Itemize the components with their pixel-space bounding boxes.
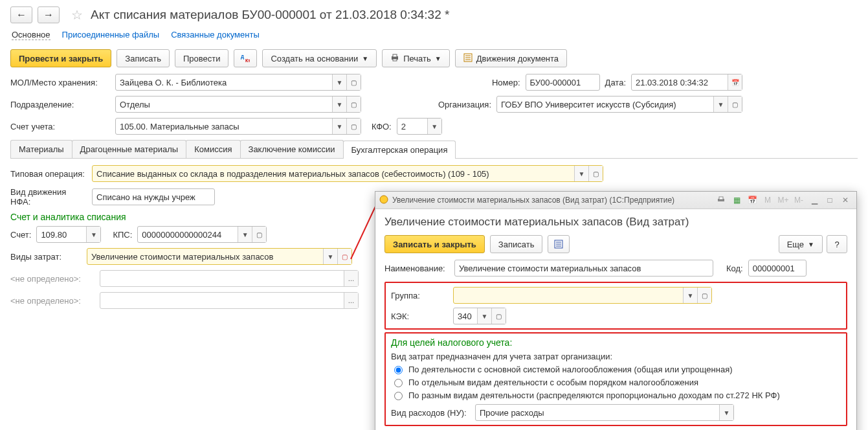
dropdown-icon[interactable]: ▼ — [574, 166, 588, 181]
radio-input[interactable] — [394, 379, 403, 387]
undef2-label: <не определено>: — [10, 296, 95, 306]
open-icon[interactable]: ▢ — [346, 74, 361, 90]
undef2-input[interactable]: … — [100, 292, 359, 309]
dropdown-icon[interactable]: ▼ — [713, 96, 728, 112]
dialog-heading: Увеличение стоимости материальных запасо… — [384, 216, 847, 229]
nfa-input[interactable]: Списано на нужды учреж — [92, 188, 215, 205]
dtkt-icon[interactable]: ДКт — [234, 49, 257, 67]
radio-input[interactable] — [394, 392, 403, 400]
highlight-tax-purpose: Для целей налогового учета: Вид затрат п… — [384, 332, 847, 426]
tab-accounting[interactable]: Бухгалтерская операция — [343, 141, 456, 159]
vidrash-label: Вид расходов (НУ): — [391, 408, 470, 418]
grid-icon[interactable]: ▦ — [729, 194, 744, 207]
memory-mminus[interactable]: М- — [792, 194, 806, 207]
open-icon[interactable]: ▢ — [697, 288, 711, 303]
minimize-icon[interactable]: ▁ — [807, 194, 821, 207]
calendar-icon[interactable]: 📅 — [745, 194, 759, 207]
kfo-input[interactable]: 2 ▼ — [397, 118, 442, 135]
undef1-input[interactable]: … — [100, 270, 359, 287]
create-based-button[interactable]: Создать на основании ▼ — [262, 49, 377, 67]
radio-activity-various[interactable]: По разным видам деятельности (распределя… — [391, 390, 841, 400]
document-title: Акт списания материалов БУ00-000001 от 2… — [91, 8, 449, 22]
radio-activity-special[interactable]: По отдельным видам деятельности с особым… — [391, 377, 841, 387]
calendar-icon[interactable]: 📅 — [728, 74, 742, 90]
open-icon[interactable]: ▢ — [346, 119, 361, 134]
memory-m[interactable]: М — [761, 194, 775, 207]
name-input[interactable]: Увеличение стоимости материальных запасо… — [454, 260, 713, 277]
dialog-cost-type: Увеличение стоимости материальных запасо… — [375, 191, 857, 430]
radio-activity-main[interactable]: По деятельности с основной системой нало… — [391, 364, 841, 374]
more-icon[interactable]: … — [344, 271, 358, 286]
group-input[interactable]: ▼ ▢ — [453, 287, 712, 304]
kps-input[interactable]: 00000000000000244 ▼ ▢ — [137, 226, 267, 243]
vidz-label: Виды затрат: — [10, 252, 82, 262]
app-icon — [379, 195, 388, 206]
kps-label: КПС: — [113, 230, 132, 240]
vidz-input[interactable]: Увеличение стоимости материальных запасо… — [87, 248, 352, 265]
svg-text:Д: Д — [241, 54, 244, 60]
date-input[interactable]: 21.03.2018 0:34:32 📅 — [631, 74, 742, 91]
chevron-down-icon: ▼ — [362, 55, 368, 62]
tab-conclusion[interactable]: Заключение комиссии — [240, 140, 344, 158]
print-button[interactable]: Печать ▼ — [382, 49, 450, 67]
mol-input[interactable]: Зайцева О. К. - Библиотека ▼ ▢ — [115, 74, 361, 91]
kek-input[interactable]: 340 ▼ ▢ — [453, 308, 506, 324]
more-button[interactable]: Еще ▼ — [779, 235, 823, 253]
dropdown-icon[interactable]: ▼ — [427, 119, 441, 134]
dropdown-icon[interactable]: ▼ — [477, 308, 491, 324]
back-button[interactable]: ← — [10, 6, 32, 23]
open-icon[interactable]: ▢ — [588, 166, 603, 181]
code-input[interactable]: 000000001 — [748, 260, 807, 277]
post-button[interactable]: Провести — [175, 49, 229, 67]
help-button[interactable]: ? — [827, 235, 847, 253]
org-input[interactable]: ГОБУ ВПО Университет искусств (Субсидия)… — [496, 96, 742, 113]
open-icon[interactable]: ▢ — [252, 227, 266, 242]
dropdown-icon[interactable]: ▼ — [238, 227, 252, 242]
typop-input[interactable]: Списание выданных со склада в подразделе… — [92, 165, 603, 182]
close-icon[interactable]: ✕ — [838, 194, 852, 207]
memory-mplus[interactable]: М+ — [776, 194, 790, 207]
svg-text:Кт: Кт — [245, 58, 250, 63]
acct-label: Счет учета: — [10, 122, 110, 131]
tab-commission[interactable]: Комиссия — [186, 140, 240, 158]
dropdown-icon[interactable]: ▼ — [332, 96, 346, 112]
link-related[interactable]: Связанные документы — [171, 30, 260, 40]
post-close-button[interactable]: Провести и закрыть — [10, 49, 111, 67]
link-main[interactable]: Основное — [12, 30, 50, 40]
schet-input[interactable]: 109.80 ▼ — [36, 226, 101, 243]
print-icon[interactable] — [714, 194, 728, 207]
dropdown-icon[interactable]: ▼ — [683, 288, 697, 303]
acct-input[interactable]: 105.00. Материальные запасы ▼ ▢ — [115, 118, 361, 135]
date-label: Дата: — [605, 78, 626, 87]
chevron-down-icon: ▼ — [808, 241, 814, 248]
record-button[interactable]: Записать — [117, 49, 170, 67]
tab-materials[interactable]: Материалы — [10, 140, 72, 158]
radio-input[interactable] — [394, 366, 403, 374]
forward-button[interactable]: → — [38, 6, 60, 23]
more-icon[interactable]: … — [344, 293, 358, 308]
record-button-dlg[interactable]: Записать — [490, 235, 543, 253]
svg-rect-13 — [719, 197, 723, 199]
unit-input[interactable]: Отделы ▼ ▢ — [115, 96, 361, 113]
dropdown-icon[interactable]: ▼ — [86, 227, 100, 242]
star-icon[interactable]: ☆ — [71, 7, 83, 23]
open-icon[interactable]: ▢ — [346, 96, 361, 112]
number-input[interactable]: БУ00-000001 — [526, 74, 600, 91]
dialog-titlebar: Увеличение стоимости материальных запасо… — [375, 192, 856, 209]
dropdown-icon[interactable]: ▼ — [719, 405, 733, 420]
link-attached[interactable]: Присоединенные файлы — [62, 30, 160, 40]
open-icon[interactable]: ▢ — [337, 249, 351, 264]
open-icon[interactable]: ▢ — [491, 308, 506, 324]
dropdown-icon[interactable]: ▼ — [332, 74, 346, 90]
open-icon[interactable]: ▢ — [728, 96, 742, 112]
movements-button[interactable]: Движения документа — [455, 49, 567, 67]
maximize-icon[interactable]: □ — [823, 194, 837, 207]
vidrash-input[interactable]: Прочие расходы ▼ — [475, 404, 734, 421]
tab-precious[interactable]: Драгоценные материалы — [72, 140, 187, 158]
dropdown-icon[interactable]: ▼ — [323, 249, 337, 264]
save-close-button[interactable]: Записать и закрыть — [384, 235, 485, 253]
list-icon-button[interactable] — [548, 235, 570, 253]
dropdown-icon[interactable]: ▼ — [332, 119, 346, 134]
schet-label: Счет: — [10, 230, 31, 240]
number-label: Номер: — [492, 78, 520, 87]
